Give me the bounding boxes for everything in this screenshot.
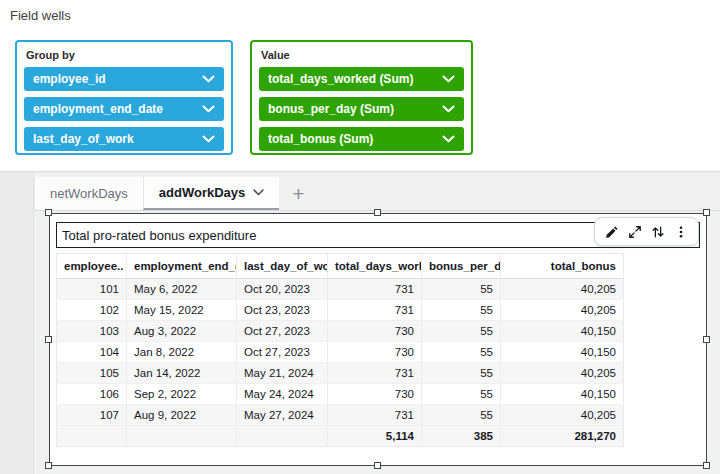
menu-kebab-icon[interactable] <box>673 224 689 240</box>
maximize-icon[interactable] <box>627 224 643 240</box>
cell: Aug 3, 2022 <box>127 321 237 342</box>
cell: 40,205 <box>501 279 624 300</box>
resize-handle-middle-left[interactable] <box>45 336 52 343</box>
edit-icon[interactable] <box>604 224 620 240</box>
add-sheet-button[interactable]: + <box>279 177 317 210</box>
cell: Sep 2, 2022 <box>127 384 237 405</box>
tab-label: addWorkDays <box>159 185 245 200</box>
table-row: 103 Aug 3, 2022 Oct 27, 2023 730 55 40,1… <box>57 321 624 342</box>
chevron-down-icon[interactable] <box>253 189 264 196</box>
col-header-total-bonus[interactable]: total_bonus <box>501 254 624 279</box>
plus-icon: + <box>292 183 304 204</box>
group-by-well[interactable]: Group by employee_id employment_end_date… <box>15 40 233 155</box>
resize-handle-top-right[interactable] <box>703 209 710 216</box>
field-pill-label: total_bonus (Sum) <box>268 132 373 146</box>
cell: 105 <box>57 363 127 384</box>
table-row: 101 May 6, 2022 Oct 20, 2023 731 55 40,2… <box>57 279 624 300</box>
total-days-worked-sum: 5,114 <box>328 426 422 447</box>
chevron-down-icon[interactable] <box>442 135 455 143</box>
cell: 731 <box>328 300 422 321</box>
sheet-canvas: netWorkDays addWorkDays + Total pro-rate… <box>0 172 720 474</box>
col-header-bonus-per-day[interactable]: bonus_per_day <box>422 254 501 279</box>
cell <box>57 426 127 447</box>
visual-card[interactable]: Total pro-rated bonus expenditure employ… <box>49 213 707 466</box>
cell: 40,150 <box>501 384 624 405</box>
col-header-last-day-of-work[interactable]: last_day_of_work <box>237 254 328 279</box>
col-header-total-days-worked[interactable]: total_days_worked <box>328 254 422 279</box>
table-header-row: employee.. employment_end_date last_day_… <box>57 254 624 279</box>
col-header-employee-id[interactable]: employee.. <box>57 254 127 279</box>
chevron-down-icon[interactable] <box>202 135 215 143</box>
cell: 55 <box>422 342 501 363</box>
cell: 731 <box>328 279 422 300</box>
cell: 40,205 <box>501 405 624 426</box>
cell: May 6, 2022 <box>127 279 237 300</box>
resize-handle-bottom-left[interactable] <box>45 462 52 469</box>
field-pill-label: total_days_worked (Sum) <box>268 72 413 86</box>
field-pill-employee-id[interactable]: employee_id <box>24 67 224 91</box>
resize-handle-middle-right[interactable] <box>703 336 710 343</box>
cell: 55 <box>422 384 501 405</box>
cell: 106 <box>57 384 127 405</box>
field-pill-total-bonus[interactable]: total_bonus (Sum) <box>259 127 464 151</box>
tab-networkdays[interactable]: netWorkDays <box>34 177 143 210</box>
cell: 55 <box>422 405 501 426</box>
cell: Jan 8, 2022 <box>127 342 237 363</box>
chevron-down-icon[interactable] <box>442 75 455 83</box>
table-row: 104 Jan 8, 2022 Oct 27, 2023 730 55 40,1… <box>57 342 624 363</box>
cell: 731 <box>328 363 422 384</box>
left-gutter <box>0 172 34 474</box>
cell: 730 <box>328 384 422 405</box>
field-wells-heading: Field wells <box>10 8 71 23</box>
cell: 102 <box>57 300 127 321</box>
total-bonus-sum: 281,270 <box>501 426 624 447</box>
visual-toolbar <box>594 217 699 246</box>
totals-row: 5,114 385 281,270 <box>57 426 624 447</box>
cell: Oct 27, 2023 <box>237 321 328 342</box>
tab-addworkdays[interactable]: addWorkDays <box>143 177 279 210</box>
field-pill-total-days-worked[interactable]: total_days_worked (Sum) <box>259 67 464 91</box>
table-row: 107 Aug 9, 2022 May 27, 2024 731 55 40,2… <box>57 405 624 426</box>
cell: May 15, 2022 <box>127 300 237 321</box>
cell: 107 <box>57 405 127 426</box>
cell: 55 <box>422 321 501 342</box>
cell: 55 <box>422 279 501 300</box>
table-row: 102 May 15, 2022 Oct 23, 2023 731 55 40,… <box>57 300 624 321</box>
field-pill-last-day-of-work[interactable]: last_day_of_work <box>24 127 224 151</box>
chevron-down-icon[interactable] <box>202 75 215 83</box>
cell: 40,150 <box>501 342 624 363</box>
table-row: 106 Sep 2, 2022 May 24, 2024 730 55 40,1… <box>57 384 624 405</box>
cell: May 24, 2024 <box>237 384 328 405</box>
cell: May 21, 2024 <box>237 363 328 384</box>
cell: 55 <box>422 363 501 384</box>
cell <box>237 426 328 447</box>
cell: 104 <box>57 342 127 363</box>
chevron-down-icon[interactable] <box>442 105 455 113</box>
cell: 40,205 <box>501 363 624 384</box>
resize-handle-top-left[interactable] <box>45 209 52 216</box>
value-well[interactable]: Value total_days_worked (Sum) bonus_per_… <box>250 40 473 155</box>
field-pill-employment-end-date[interactable]: employment_end_date <box>24 97 224 121</box>
field-pill-bonus-per-day[interactable]: bonus_per_day (Sum) <box>259 97 464 121</box>
cell: Aug 9, 2022 <box>127 405 237 426</box>
cell: 40,205 <box>501 300 624 321</box>
col-header-employment-end-date[interactable]: employment_end_date <box>127 254 237 279</box>
cell: 55 <box>422 300 501 321</box>
cell: 40,150 <box>501 321 624 342</box>
cell: Oct 20, 2023 <box>237 279 328 300</box>
resize-handle-bottom-middle[interactable] <box>374 462 381 469</box>
field-pill-label: bonus_per_day (Sum) <box>268 102 394 116</box>
table-row: 105 Jan 14, 2022 May 21, 2024 731 55 40,… <box>57 363 624 384</box>
resize-handle-bottom-right[interactable] <box>703 462 710 469</box>
resize-handle-top-middle[interactable] <box>374 209 381 216</box>
chevron-down-icon[interactable] <box>202 105 215 113</box>
swap-arrows-icon[interactable] <box>650 224 666 240</box>
cell: Oct 27, 2023 <box>237 342 328 363</box>
cell: 731 <box>328 405 422 426</box>
cell: May 27, 2024 <box>237 405 328 426</box>
value-label: Value <box>261 49 464 61</box>
cell: 730 <box>328 321 422 342</box>
field-pill-label: employee_id <box>33 72 106 86</box>
cell <box>127 426 237 447</box>
field-pill-label: employment_end_date <box>33 102 163 116</box>
